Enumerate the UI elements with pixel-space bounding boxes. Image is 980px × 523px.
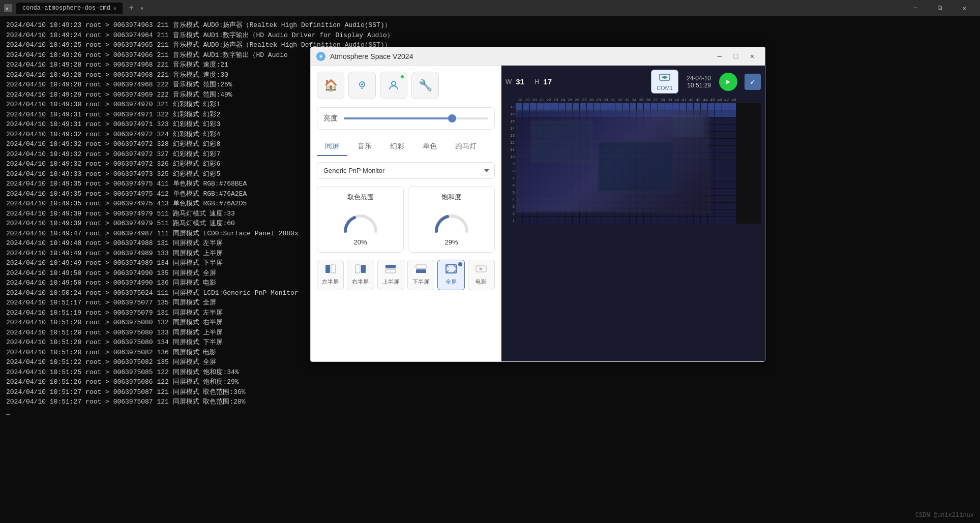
pixel-cell[interactable] <box>729 174 736 181</box>
pixel-cell[interactable] <box>729 189 736 195</box>
pixel-cell[interactable] <box>715 203 722 209</box>
pixel-cell[interactable] <box>523 217 529 224</box>
pixel-cell[interactable] <box>729 196 736 202</box>
pixel-cell[interactable] <box>715 125 722 131</box>
layout-btn-下半屏[interactable]: 下半屏 <box>407 260 434 290</box>
pixel-cell[interactable] <box>708 217 715 224</box>
pixel-cell[interactable] <box>722 167 729 174</box>
layout-btn-右半屏[interactable]: 右半屏 <box>347 260 374 290</box>
pixel-cell[interactable] <box>679 103 686 110</box>
pixel-cell[interactable] <box>722 117 729 124</box>
pixel-cell[interactable] <box>537 217 544 224</box>
pixel-cell[interactable] <box>722 132 729 138</box>
pixel-cell[interactable] <box>722 189 729 195</box>
pixel-cell[interactable] <box>551 103 558 110</box>
mode-tab-幻彩[interactable]: 幻彩 <box>382 138 412 156</box>
pixel-cell[interactable] <box>729 181 736 188</box>
pixel-cell[interactable] <box>679 217 686 224</box>
pixel-cell[interactable] <box>608 103 615 110</box>
pixel-cell[interactable] <box>687 103 693 110</box>
pixel-cell[interactable] <box>658 217 665 224</box>
pixel-cell[interactable] <box>715 189 722 195</box>
pixel-cell[interactable] <box>715 217 722 224</box>
pixel-cell[interactable] <box>615 217 622 224</box>
pixel-cell[interactable] <box>587 103 593 110</box>
pixel-cell[interactable] <box>601 103 608 110</box>
pixel-cell[interactable] <box>722 203 729 209</box>
toolbar-home-button[interactable]: 🏠 <box>317 72 344 99</box>
pixel-cell[interactable] <box>630 103 636 110</box>
pixel-cell[interactable] <box>722 181 729 188</box>
pixel-cell[interactable] <box>701 217 707 224</box>
pixel-cell[interactable] <box>715 196 722 202</box>
pixel-cell[interactable] <box>715 103 722 110</box>
pixel-cell[interactable] <box>729 117 736 124</box>
terminal-tab[interactable]: conda-atmosphere-dos-cmd ✕ <box>16 3 123 14</box>
pixel-cell[interactable] <box>715 153 722 160</box>
terminal-close-button[interactable]: ✕ <box>953 0 976 16</box>
pixel-cell[interactable] <box>566 217 572 224</box>
toolbar-wrench-button[interactable]: 🔧 <box>411 72 439 99</box>
pixel-cell[interactable] <box>722 139 729 145</box>
pixel-cell[interactable] <box>715 167 722 174</box>
pixel-cell[interactable] <box>729 203 736 209</box>
pixel-cell[interactable] <box>715 146 722 152</box>
layout-btn-上半屏[interactable]: 上半屏 <box>377 260 404 290</box>
pixel-cell[interactable] <box>558 217 565 224</box>
pixel-cell[interactable] <box>729 146 736 152</box>
pixel-cell[interactable] <box>573 103 579 110</box>
mode-tab-音乐[interactable]: 音乐 <box>349 138 380 156</box>
layout-btn-左半屏[interactable]: 左半屏 <box>317 260 344 290</box>
pixel-cell[interactable] <box>658 103 665 110</box>
pixel-cell[interactable] <box>722 125 729 131</box>
pixel-cell[interactable] <box>729 110 736 117</box>
pixel-cell[interactable] <box>672 217 679 224</box>
pixel-cell[interactable] <box>580 103 586 110</box>
pixel-cell[interactable] <box>722 103 729 110</box>
mode-tab-跑马灯[interactable]: 跑马灯 <box>447 138 485 156</box>
pixel-cell[interactable] <box>530 103 537 110</box>
pixel-cell[interactable] <box>715 110 722 117</box>
pixel-cell[interactable] <box>729 139 736 145</box>
pixel-cell[interactable] <box>622 103 629 110</box>
pixel-cell[interactable] <box>715 117 722 124</box>
pixel-cell[interactable] <box>651 103 658 110</box>
pixel-cell[interactable] <box>729 160 736 167</box>
pixel-cell[interactable] <box>722 153 729 160</box>
pixel-cell[interactable] <box>722 210 729 217</box>
pixel-cell[interactable] <box>672 103 679 110</box>
pixel-cell[interactable] <box>566 103 572 110</box>
layout-btn-电影[interactable]: 电影 <box>468 260 495 290</box>
pixel-cell[interactable] <box>637 103 643 110</box>
app-minimize-button[interactable]: — <box>712 50 727 63</box>
brightness-thumb[interactable] <box>448 114 456 122</box>
pixel-cell[interactable] <box>729 153 736 160</box>
pixel-cell[interactable] <box>729 210 736 217</box>
terminal-maximize-button[interactable]: ⧉ <box>928 0 952 16</box>
pixel-cell[interactable] <box>551 217 558 224</box>
pixel-cell[interactable] <box>687 217 693 224</box>
pixel-cell[interactable] <box>615 103 622 110</box>
terminal-tab-dropdown[interactable]: ▾ <box>140 4 144 13</box>
pixel-cell[interactable] <box>644 103 650 110</box>
pixel-cell[interactable] <box>537 103 544 110</box>
pixel-cell[interactable] <box>651 217 658 224</box>
mode-tab-单色[interactable]: 单色 <box>414 138 445 156</box>
monitor-dropdown[interactable]: Generic PnP Monitor Surface Panel <box>317 162 495 179</box>
pixel-cell[interactable] <box>729 103 736 110</box>
pixel-cell[interactable] <box>729 132 736 138</box>
pixel-cell[interactable] <box>715 160 722 167</box>
pixel-cell[interactable] <box>715 181 722 188</box>
terminal-minimize-button[interactable]: — <box>904 0 927 16</box>
pixel-cell[interactable] <box>516 103 522 110</box>
pixel-cell[interactable] <box>694 103 700 110</box>
pixel-cell[interactable] <box>644 217 650 224</box>
save-icon-button[interactable]: ✓ <box>745 74 761 90</box>
pixel-cell[interactable] <box>715 132 722 138</box>
pixel-cell[interactable] <box>722 217 729 224</box>
pixel-cell[interactable] <box>594 217 601 224</box>
app-close-button[interactable]: ✕ <box>745 50 760 63</box>
pixel-cell[interactable] <box>665 217 672 224</box>
pixel-cell[interactable] <box>722 160 729 167</box>
pixel-cell[interactable] <box>544 103 551 110</box>
